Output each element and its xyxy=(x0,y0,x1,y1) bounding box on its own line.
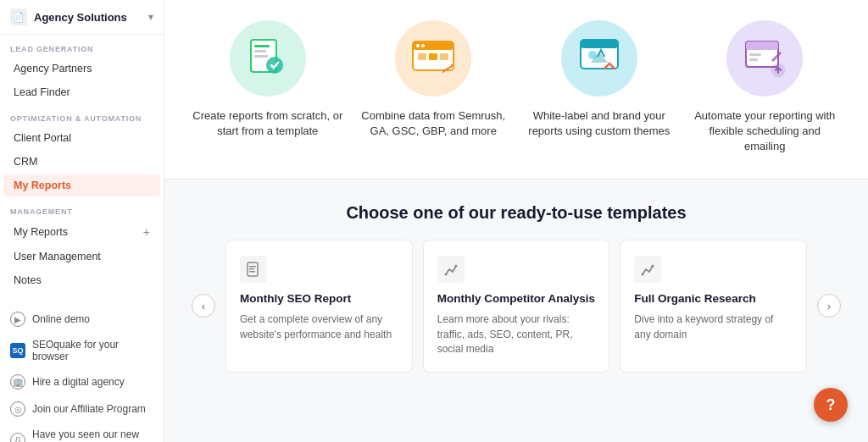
sidebar-item-crm[interactable]: CRM xyxy=(3,151,160,173)
sidebar-item-agency-partners[interactable]: Agency Partners xyxy=(3,58,160,80)
svg-point-8 xyxy=(421,44,425,47)
feature-text-combine-data: Combine data from Semrush, GA, GSC, GBP,… xyxy=(358,108,510,139)
svg-rect-13 xyxy=(581,40,618,48)
features-section: Create reports from scratch, or start fr… xyxy=(164,0,868,180)
chevron-down-icon: ▾ xyxy=(148,11,153,23)
sidebar-item-affiliate[interactable]: ◎ Join our Affiliate Program xyxy=(0,395,164,423)
svg-rect-18 xyxy=(749,58,758,61)
sidebar-item-seoquake[interactable]: SQ SEOquake for your browser xyxy=(0,333,164,368)
feature-card-combine-data: Combine data from Semrush, GA, GSC, GBP,… xyxy=(358,20,510,155)
sidebar-item-hire-agency[interactable]: 🏢 Hire a digital agency xyxy=(0,368,164,395)
sidebar-header[interactable]: 📄 Agency Solutions ▾ xyxy=(0,0,164,35)
section-label-optimization: Optimization & Automation xyxy=(0,104,164,126)
template-desc-organic: Dive into a keyword strategy of any doma… xyxy=(634,312,793,342)
svg-rect-1 xyxy=(254,45,270,47)
feature-card-white-label: White-label and brand your reports using… xyxy=(523,20,676,155)
sidebar-title: Agency Solutions xyxy=(34,11,127,24)
templates-section: Choose one of our ready-to-use templates… xyxy=(164,180,868,397)
sidebar-item-api[interactable]: {} Have you seen our new customizable AP… xyxy=(0,423,164,442)
template-icon-competitor xyxy=(437,256,465,283)
section-label-lead: Lead Generation xyxy=(0,35,164,57)
section-label-management: Management xyxy=(0,197,164,219)
svg-point-26 xyxy=(642,273,644,275)
templates-carousel: ‹ Monthly SEO Report Get a complete over… xyxy=(192,240,841,373)
template-title-monthly-seo: Monthly SEO Report xyxy=(240,291,398,307)
svg-rect-2 xyxy=(254,50,266,52)
seoquake-icon: SQ xyxy=(10,343,25,358)
sidebar-item-client-portal[interactable]: Client Portal xyxy=(3,127,160,149)
svg-rect-23 xyxy=(249,271,255,273)
feature-text-create-reports: Create reports from scratch, or start fr… xyxy=(192,108,344,139)
template-card-monthly-competitor[interactable]: Monthly Competitor Analysis Learn more a… xyxy=(423,240,610,373)
carousel-next-button[interactable]: › xyxy=(817,294,841,318)
feature-illustration-white-label xyxy=(561,20,637,97)
template-icon-monthly-seo xyxy=(240,256,267,283)
template-title-competitor: Monthly Competitor Analysis xyxy=(437,291,596,307)
sidebar-item-online-demo[interactable]: ▶ Online demo xyxy=(0,306,164,333)
template-card-organic[interactable]: Full Organic Research Dive into a keywor… xyxy=(620,240,807,373)
play-icon: ▶ xyxy=(10,312,25,327)
svg-rect-21 xyxy=(249,266,256,268)
template-cards: Monthly SEO Report Get a complete overvi… xyxy=(225,240,807,373)
building-icon: 🏢 xyxy=(10,374,25,390)
sidebar-header-icon: 📄 xyxy=(10,8,27,25)
sidebar-item-my-reports-mgmt[interactable]: My Reports + xyxy=(3,220,160,244)
sidebar: 📄 Agency Solutions ▾ Lead Generation Age… xyxy=(0,0,164,442)
feature-illustration-create xyxy=(230,20,306,97)
feature-text-automate: Automate your reporting with flexible sc… xyxy=(689,108,842,155)
main-content: Create reports from scratch, or start fr… xyxy=(164,0,868,442)
sidebar-item-notes[interactable]: Notes xyxy=(3,269,160,291)
svg-rect-16 xyxy=(746,41,778,50)
carousel-prev-button[interactable]: ‹ xyxy=(192,294,215,318)
svg-rect-3 xyxy=(254,55,268,58)
template-desc-competitor: Learn more about your rivals: traffic, a… xyxy=(437,312,596,356)
feature-card-automate: Automate your reporting with flexible sc… xyxy=(689,20,842,155)
templates-title: Choose one of our ready-to-use templates xyxy=(192,203,841,223)
svg-rect-22 xyxy=(249,268,254,270)
svg-point-24 xyxy=(444,273,447,275)
sidebar-item-lead-finder[interactable]: Lead Finder xyxy=(3,81,160,103)
feature-text-white-label: White-label and brand your reports using… xyxy=(523,108,676,139)
svg-point-25 xyxy=(454,264,457,267)
svg-rect-11 xyxy=(440,53,448,60)
feature-card-create-reports: Create reports from scratch, or start fr… xyxy=(192,20,344,155)
template-desc-monthly-seo: Get a complete overview of any website's… xyxy=(240,312,398,342)
svg-point-27 xyxy=(652,264,654,267)
feature-illustration-combine xyxy=(395,20,471,97)
sidebar-item-user-management[interactable]: User Management xyxy=(3,246,160,268)
template-title-organic: Full Organic Research xyxy=(634,291,793,307)
svg-rect-10 xyxy=(429,53,437,60)
plus-icon[interactable]: + xyxy=(143,225,150,239)
template-icon-organic xyxy=(634,256,661,283)
template-card-monthly-seo[interactable]: Monthly SEO Report Get a complete overvi… xyxy=(225,240,413,373)
people-icon: ◎ xyxy=(10,401,25,417)
svg-rect-9 xyxy=(418,53,426,60)
svg-rect-17 xyxy=(749,53,761,56)
feature-illustration-automate xyxy=(726,20,803,97)
code-icon: {} xyxy=(10,433,25,442)
help-fab-button[interactable]: ? xyxy=(814,388,848,422)
sidebar-item-my-reports[interactable]: My Reports xyxy=(3,174,160,196)
svg-point-7 xyxy=(416,44,420,47)
